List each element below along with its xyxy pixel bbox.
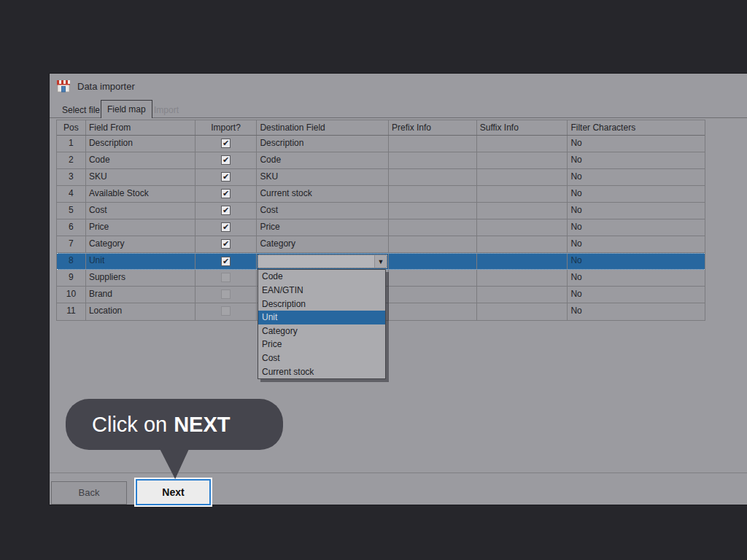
cell-field-from: Available Stock [86,186,196,202]
cell-prefix-info[interactable] [389,136,477,152]
cell-suffix-info[interactable] [477,287,568,303]
import-checkbox-checked[interactable]: ✔ [221,189,231,198]
table-row[interactable]: 5Cost✔CostNo [57,203,705,219]
cell-pos: 4 [57,186,86,202]
cell-suffix-info[interactable] [477,169,568,185]
chevron-down-icon[interactable]: ▼ [374,255,387,268]
cell-suffix-info[interactable] [477,152,568,168]
column-header: Suffix Info [477,120,568,135]
cell-prefix-info[interactable] [389,152,477,168]
table-header: PosField FromImport?Destination FieldPre… [57,120,705,136]
import-checkbox-checked[interactable]: ✔ [221,239,231,249]
cell-suffix-info[interactable] [477,219,568,236]
cell-suffix-info[interactable] [477,254,568,269]
cell-field-from: SKU [86,169,196,185]
dropdown-item[interactable]: Code [258,270,385,284]
cell-prefix-info[interactable] [389,203,477,219]
cell-field-from: Category [86,236,196,252]
cell-prefix-info[interactable] [389,169,477,185]
cell-suffix-info[interactable] [477,136,568,152]
cell-suffix-info[interactable] [477,270,568,286]
import-checkbox-unchecked[interactable] [221,306,231,316]
column-header: Prefix Info [389,120,477,135]
cell-filter-characters[interactable]: No [568,303,705,320]
cell-filter-characters[interactable]: No [568,152,705,168]
cell-import: ✔ [196,254,258,269]
table-row[interactable]: 3SKU✔SKUNo [57,169,705,186]
cell-filter-characters[interactable]: No [568,203,705,219]
cell-destination[interactable]: SKU [257,169,389,185]
cell-field-from: Price [86,219,196,236]
import-checkbox-checked[interactable]: ✔ [221,206,231,215]
cell-prefix-info[interactable] [389,303,477,320]
dropdown-item[interactable]: Price [258,338,385,351]
table-row[interactable]: 7Category✔CategoryNo [57,236,705,253]
cell-filter-characters[interactable]: No [568,186,705,202]
cell-filter-characters[interactable]: No [568,169,705,185]
cell-prefix-info[interactable] [389,236,477,252]
import-checkbox-checked[interactable]: ✔ [221,155,231,165]
cell-prefix-info[interactable] [389,287,477,303]
cell-filter-characters[interactable]: No [568,136,705,152]
cell-import: ✔ [196,203,258,219]
cell-destination[interactable]: Price [257,219,389,236]
table-row[interactable]: 2Code✔CodeNo [57,152,705,169]
cell-filter-characters[interactable]: No [568,254,705,269]
cell-pos: 11 [57,303,86,320]
import-checkbox-unchecked[interactable] [221,289,231,299]
import-checkbox-checked[interactable]: ✔ [221,222,231,232]
cell-destination[interactable]: Cost [257,203,389,219]
dropdown-item[interactable]: Current stock [258,365,385,378]
back-button[interactable]: Back [51,481,127,505]
import-checkbox-unchecked[interactable] [221,273,231,282]
cell-import: ✔ [196,219,258,236]
next-button-label: Next [136,479,211,505]
callout-text-bold: NEXT [174,413,230,437]
destination-combobox[interactable]: ▼ [258,254,387,268]
cell-import: ✔ [196,136,258,152]
dropdown-item[interactable]: EAN/GTIN [258,284,385,298]
cell-pos: 8 [57,254,86,269]
dropdown-item[interactable]: Unit [258,311,385,324]
cell-suffix-info[interactable] [477,303,568,320]
cell-suffix-info[interactable] [477,203,568,219]
dropdown-item[interactable]: Cost [258,351,385,365]
cell-pos: 9 [57,270,86,286]
screen: Data importer Select file Field map Impo… [0,0,747,560]
cell-filter-characters[interactable]: No [568,236,705,252]
cell-destination[interactable]: Code [257,152,389,168]
cell-prefix-info[interactable] [389,219,477,236]
cell-destination[interactable]: ▼ [257,254,389,269]
table-row[interactable]: 4Available Stock✔Current stockNo [57,186,705,203]
cell-import: ✔ [196,236,258,252]
table-row[interactable]: 6Price✔PriceNo [57,219,705,236]
button-bar-divider [50,472,747,473]
tab-field-map[interactable]: Field map [101,100,152,118]
import-checkbox-checked[interactable]: ✔ [221,257,231,266]
cell-field-from: Suppliers [86,270,196,286]
dropdown-item[interactable]: Description [258,297,385,311]
cell-filter-characters[interactable]: No [568,270,705,286]
cell-suffix-info[interactable] [477,186,568,202]
tab-select-file[interactable]: Select file [56,102,107,118]
table-row[interactable]: 8Unit✔▼No [57,253,705,270]
import-checkbox-checked[interactable]: ✔ [221,139,231,148]
cell-destination[interactable]: Category [257,236,389,252]
import-checkbox-checked[interactable]: ✔ [221,172,231,182]
window-titlebar[interactable]: Data importer [50,74,747,98]
column-header: Destination Field [257,120,389,135]
cell-destination[interactable]: Current stock [257,186,389,202]
cell-filter-characters[interactable]: No [568,287,705,303]
cell-destination[interactable]: Description [257,136,389,152]
cell-prefix-info[interactable] [389,186,477,202]
window-title: Data importer [77,81,135,92]
next-button[interactable]: Next [134,478,212,507]
cell-filter-characters[interactable]: No [568,219,705,236]
cell-import [196,303,258,320]
dropdown-item[interactable]: Category [258,324,385,338]
table-row[interactable]: 1Description✔DescriptionNo [57,136,705,152]
cell-prefix-info[interactable] [389,270,477,286]
cell-prefix-info[interactable] [389,254,477,269]
cell-suffix-info[interactable] [477,236,568,252]
column-header: Filter Characters [568,120,705,135]
